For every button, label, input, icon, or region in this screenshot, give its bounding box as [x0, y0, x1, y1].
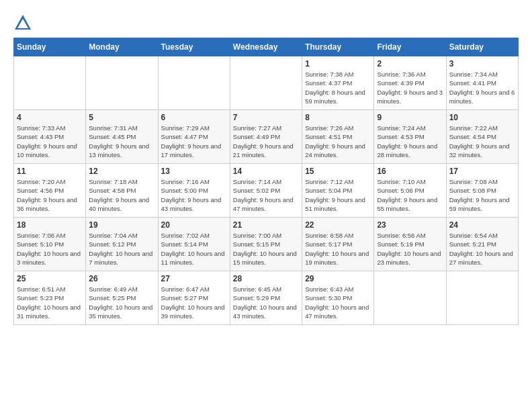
day-cell [446, 271, 518, 325]
day-cell: 25Sunrise: 6:51 AM Sunset: 5:23 PM Dayli… [14, 271, 86, 325]
day-cell: 15Sunrise: 7:12 AM Sunset: 5:04 PM Dayli… [302, 164, 374, 218]
day-info: Sunrise: 7:38 AM Sunset: 4:37 PM Dayligh… [305, 70, 371, 105]
day-cell: 13Sunrise: 7:16 AM Sunset: 5:00 PM Dayli… [158, 164, 230, 218]
day-cell: 28Sunrise: 6:45 AM Sunset: 5:29 PM Dayli… [230, 271, 302, 325]
day-cell: 23Sunrise: 6:56 AM Sunset: 5:19 PM Dayli… [374, 218, 446, 271]
day-number: 25 [17, 274, 83, 283]
day-info: Sunrise: 7:16 AM Sunset: 5:00 PM Dayligh… [161, 177, 227, 213]
day-info: Sunrise: 7:33 AM Sunset: 4:43 PM Dayligh… [17, 124, 83, 159]
day-cell: 2Sunrise: 7:36 AM Sunset: 4:39 PM Daylig… [374, 56, 446, 110]
day-cell: 10Sunrise: 7:22 AM Sunset: 4:54 PM Dayli… [446, 110, 518, 164]
day-number: 4 [17, 113, 83, 122]
day-cell: 6Sunrise: 7:29 AM Sunset: 4:47 PM Daylig… [158, 110, 230, 164]
day-cell: 24Sunrise: 6:54 AM Sunset: 5:21 PM Dayli… [446, 218, 518, 271]
day-number: 27 [161, 274, 227, 283]
week-row-1: 1Sunrise: 7:38 AM Sunset: 4:37 PM Daylig… [14, 56, 519, 110]
day-info: Sunrise: 7:14 AM Sunset: 5:02 PM Dayligh… [233, 177, 299, 213]
header-row: SundayMondayTuesdayWednesdayThursdayFrid… [14, 38, 519, 56]
day-number: 19 [89, 220, 154, 230]
day-info: Sunrise: 7:10 AM Sunset: 5:06 PM Dayligh… [377, 177, 443, 213]
day-cell [230, 56, 302, 110]
day-number: 10 [449, 113, 515, 122]
day-info: Sunrise: 7:34 AM Sunset: 4:41 PM Dayligh… [449, 70, 515, 105]
day-info: Sunrise: 7:20 AM Sunset: 4:56 PM Dayligh… [17, 177, 83, 213]
day-number: 22 [305, 220, 371, 230]
day-number: 21 [233, 220, 299, 230]
day-number: 5 [89, 113, 154, 122]
col-header-saturday: Saturday [446, 38, 518, 56]
day-info: Sunrise: 7:31 AM Sunset: 4:45 PM Dayligh… [89, 124, 154, 159]
day-info: Sunrise: 6:49 AM Sunset: 5:25 PM Dayligh… [89, 285, 154, 320]
week-row-3: 11Sunrise: 7:20 AM Sunset: 4:56 PM Dayli… [14, 164, 519, 218]
day-info: Sunrise: 6:58 AM Sunset: 5:17 PM Dayligh… [305, 231, 371, 267]
day-cell: 19Sunrise: 7:04 AM Sunset: 5:12 PM Dayli… [86, 218, 158, 271]
day-number: 3 [449, 59, 515, 68]
day-number: 24 [449, 220, 515, 230]
day-cell: 27Sunrise: 6:47 AM Sunset: 5:27 PM Dayli… [158, 271, 230, 325]
day-number: 20 [161, 220, 227, 230]
day-number: 11 [17, 167, 83, 176]
calendar-table: SundayMondayTuesdayWednesdayThursdayFrid… [13, 38, 519, 325]
day-info: Sunrise: 6:43 AM Sunset: 5:30 PM Dayligh… [305, 285, 371, 320]
day-cell [158, 56, 230, 110]
day-number: 28 [233, 274, 299, 283]
day-info: Sunrise: 6:51 AM Sunset: 5:23 PM Dayligh… [17, 285, 83, 320]
day-cell: 7Sunrise: 7:27 AM Sunset: 4:49 PM Daylig… [230, 110, 302, 164]
page-header [13, 13, 519, 32]
day-info: Sunrise: 7:27 AM Sunset: 4:49 PM Dayligh… [233, 124, 299, 159]
logo [13, 13, 35, 32]
day-cell: 16Sunrise: 7:10 AM Sunset: 5:06 PM Dayli… [374, 164, 446, 218]
day-number: 26 [89, 274, 154, 283]
week-row-2: 4Sunrise: 7:33 AM Sunset: 4:43 PM Daylig… [14, 110, 519, 164]
day-cell: 12Sunrise: 7:18 AM Sunset: 4:58 PM Dayli… [86, 164, 158, 218]
col-header-wednesday: Wednesday [230, 38, 302, 56]
day-cell: 26Sunrise: 6:49 AM Sunset: 5:25 PM Dayli… [86, 271, 158, 325]
day-number: 29 [305, 274, 371, 283]
day-info: Sunrise: 6:47 AM Sunset: 5:27 PM Dayligh… [161, 285, 227, 320]
day-number: 7 [233, 113, 299, 122]
day-cell: 17Sunrise: 7:08 AM Sunset: 5:08 PM Dayli… [446, 164, 518, 218]
day-cell: 18Sunrise: 7:06 AM Sunset: 5:10 PM Dayli… [14, 218, 86, 271]
day-cell: 8Sunrise: 7:26 AM Sunset: 4:51 PM Daylig… [302, 110, 374, 164]
day-cell: 3Sunrise: 7:34 AM Sunset: 4:41 PM Daylig… [446, 56, 518, 110]
day-number: 1 [305, 59, 371, 68]
day-info: Sunrise: 7:08 AM Sunset: 5:08 PM Dayligh… [449, 177, 515, 213]
day-info: Sunrise: 7:18 AM Sunset: 4:58 PM Dayligh… [89, 177, 154, 213]
day-cell: 5Sunrise: 7:31 AM Sunset: 4:45 PM Daylig… [86, 110, 158, 164]
day-info: Sunrise: 7:36 AM Sunset: 4:39 PM Dayligh… [377, 70, 443, 105]
col-header-sunday: Sunday [14, 38, 86, 56]
day-info: Sunrise: 6:56 AM Sunset: 5:19 PM Dayligh… [377, 231, 443, 267]
day-cell: 14Sunrise: 7:14 AM Sunset: 5:02 PM Dayli… [230, 164, 302, 218]
week-row-5: 25Sunrise: 6:51 AM Sunset: 5:23 PM Dayli… [14, 271, 519, 325]
day-number: 8 [305, 113, 371, 122]
day-info: Sunrise: 7:00 AM Sunset: 5:15 PM Dayligh… [233, 231, 299, 267]
day-cell: 21Sunrise: 7:00 AM Sunset: 5:15 PM Dayli… [230, 218, 302, 271]
day-info: Sunrise: 7:22 AM Sunset: 4:54 PM Dayligh… [449, 124, 515, 159]
day-cell [374, 271, 446, 325]
day-cell: 22Sunrise: 6:58 AM Sunset: 5:17 PM Dayli… [302, 218, 374, 271]
day-info: Sunrise: 7:26 AM Sunset: 4:51 PM Dayligh… [305, 124, 371, 159]
day-info: Sunrise: 7:29 AM Sunset: 4:47 PM Dayligh… [161, 124, 227, 159]
day-number: 12 [89, 167, 154, 176]
day-info: Sunrise: 6:45 AM Sunset: 5:29 PM Dayligh… [233, 285, 299, 320]
col-header-tuesday: Tuesday [158, 38, 230, 56]
day-number: 16 [377, 167, 443, 176]
day-info: Sunrise: 7:06 AM Sunset: 5:10 PM Dayligh… [17, 231, 83, 267]
week-row-4: 18Sunrise: 7:06 AM Sunset: 5:10 PM Dayli… [14, 218, 519, 271]
day-number: 18 [17, 220, 83, 230]
col-header-friday: Friday [374, 38, 446, 56]
day-info: Sunrise: 7:24 AM Sunset: 4:53 PM Dayligh… [377, 124, 443, 159]
col-header-monday: Monday [86, 38, 158, 56]
day-number: 17 [449, 167, 515, 176]
day-cell: 1Sunrise: 7:38 AM Sunset: 4:37 PM Daylig… [302, 56, 374, 110]
day-number: 23 [377, 220, 443, 230]
col-header-thursday: Thursday [302, 38, 374, 56]
day-info: Sunrise: 7:12 AM Sunset: 5:04 PM Dayligh… [305, 177, 371, 213]
day-cell: 9Sunrise: 7:24 AM Sunset: 4:53 PM Daylig… [374, 110, 446, 164]
day-number: 14 [233, 167, 299, 176]
day-info: Sunrise: 7:04 AM Sunset: 5:12 PM Dayligh… [89, 231, 154, 267]
day-cell: 29Sunrise: 6:43 AM Sunset: 5:30 PM Dayli… [302, 271, 374, 325]
day-cell [14, 56, 86, 110]
day-number: 13 [161, 167, 227, 176]
day-number: 9 [377, 113, 443, 122]
